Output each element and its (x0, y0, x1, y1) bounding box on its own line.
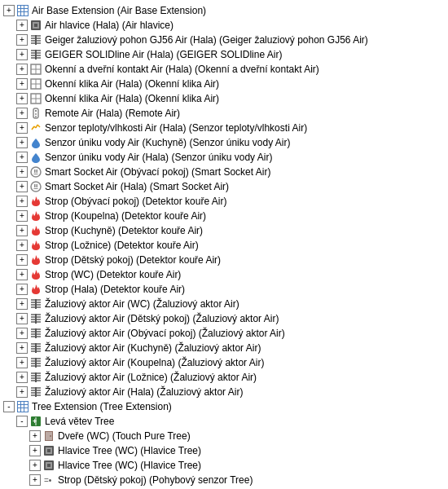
expand-button[interactable]: + (16, 240, 28, 251)
expand-button[interactable]: + (16, 93, 28, 104)
expand-button[interactable]: + (16, 78, 28, 90)
expand-button[interactable]: + (16, 64, 28, 75)
list-item[interactable]: + Senzor úniku vody Air (Kuchyně) (Senzo… (0, 135, 448, 150)
svg-rect-46 (37, 184, 38, 187)
svg-line-39 (37, 125, 40, 127)
expand-button[interactable]: + (16, 108, 28, 119)
svg-rect-3 (24, 6, 28, 8)
item-label: Žaluziový aktor Air (Ložnice) (Žaluziový… (45, 372, 257, 383)
list-item[interactable]: + Smart Socket Air (Hala) (Smart Socket … (0, 179, 448, 194)
expand-button[interactable]: + (16, 328, 28, 339)
svg-rect-90 (18, 408, 20, 412)
item-label: Žaluziový aktor Air (Obývací pokoj) (Žal… (45, 328, 285, 339)
list-item[interactable]: + Strop (Obývací pokoj) (Detektor kouře … (0, 194, 448, 209)
move-icon: =• (42, 474, 55, 487)
expand-button[interactable]: + (16, 254, 28, 266)
list-item[interactable]: + Air Base Extension (Air Base Extension… (0, 3, 448, 18)
list-item[interactable]: + Smart Socket Air (Obývací pokoj) (Smar… (0, 165, 448, 179)
list-item[interactable]: + Žaluziový aktor Air (Ložnice) (Žaluzio… (0, 370, 448, 385)
expand-button[interactable]: + (29, 430, 41, 442)
list-item[interactable]: + Dveře (WC) (Touch Pure Tree) (0, 429, 448, 443)
item-label: Okenní a dveřní kontakt Air (Hala) (Oken… (45, 64, 319, 75)
expand-button[interactable]: - (3, 401, 15, 412)
list-item[interactable]: + Žaluziový aktor Air (Obývací pokoj) (Ž… (0, 326, 448, 341)
expand-button[interactable]: + (29, 474, 41, 486)
list-item[interactable]: + Žaluziový aktor Air (Koupelna) (Žaluzi… (0, 355, 448, 370)
list-item[interactable]: + Geiger žaluziový pohon GJ56 Air (Hala)… (0, 33, 448, 47)
item-label: Strop (Hala) (Detektor kouře Air) (45, 284, 185, 295)
expand-button[interactable]: + (16, 34, 28, 46)
list-item[interactable]: + Strop (Dětský pokoj) (Detektor kouře A… (0, 253, 448, 267)
expand-button[interactable]: + (16, 313, 28, 324)
blinds-icon (29, 297, 42, 311)
svg-rect-33 (35, 110, 37, 112)
expand-button[interactable]: + (29, 445, 41, 456)
grid-icon (16, 400, 29, 413)
list-item[interactable]: + Senzor úniku vody Air (Hala) (Senzor ú… (0, 150, 448, 165)
list-item[interactable]: - Tree Extension (Tree Extension) (0, 399, 448, 414)
expand-button[interactable]: + (16, 357, 28, 368)
expand-button[interactable]: + (16, 269, 28, 280)
list-item[interactable]: + Hlavice Tree (WC) (Hlavice Tree) (0, 443, 448, 458)
list-item[interactable]: + Hlavice Tree (WC) (Hlavice Tree) (0, 458, 448, 473)
list-item[interactable]: + Strop (WC) (Detektor kouře Air) (0, 267, 448, 282)
fire-icon (29, 239, 42, 252)
expand-button[interactable]: + (16, 122, 28, 134)
expand-button[interactable]: + (16, 225, 28, 236)
svg-rect-22 (35, 50, 37, 59)
water-icon (29, 136, 42, 149)
svg-point-98 (50, 435, 51, 437)
item-label: Strop (Obývací pokoj) (Detektor kouře Ai… (45, 196, 226, 207)
expand-button[interactable]: + (16, 20, 28, 31)
expand-button[interactable]: + (16, 166, 28, 178)
grid-icon (16, 4, 29, 17)
item-label: Žaluziový aktor Air (WC) (Žaluziový akto… (45, 298, 239, 310)
item-label: Senzor teploty/vlhkosti Air (Hala) (Senz… (45, 122, 307, 134)
item-label: Hlavice Tree (WC) (Hlavice Tree) (58, 460, 201, 471)
expand-button[interactable]: + (16, 152, 28, 163)
svg-rect-62 (35, 328, 37, 338)
svg-rect-87 (18, 405, 20, 408)
list-item[interactable]: + Strop (Hala) (Detektor kouře Air) (0, 282, 448, 297)
list-item[interactable]: + =• Strop (Dětský pokoj) (Pohybový senz… (0, 473, 448, 487)
list-item[interactable]: + Strop (Kuchyně) (Detektor kouře Air) (0, 223, 448, 238)
list-item[interactable]: + Okenní klika Air (Hala) (Okenní klika … (0, 91, 448, 106)
list-item[interactable]: + Air hlavice (Hala) (Air hlavice) (0, 18, 448, 33)
svg-point-44 (31, 182, 41, 192)
expand-button[interactable]: + (16, 181, 28, 192)
tree-view[interactable]: + Air Base Extension (Air Base Extension… (0, 0, 448, 489)
list-item[interactable]: + Okenní klika Air (Hala) (Okenní klika … (0, 77, 448, 91)
expand-button[interactable]: + (16, 342, 28, 354)
svg-rect-77 (35, 372, 37, 382)
svg-rect-82 (35, 387, 37, 397)
list-item[interactable]: + Žaluziový aktor Air (Dětský pokoj) (Ža… (0, 311, 448, 326)
expand-button[interactable]: + (16, 372, 28, 383)
expand-button[interactable]: + (3, 5, 15, 16)
expand-button[interactable]: + (16, 386, 28, 398)
svg-rect-91 (21, 408, 24, 412)
svg-rect-5 (21, 9, 24, 11)
blinds-icon (29, 356, 42, 369)
list-item[interactable]: + Strop (Ložnice) (Detektor kouře Air) (0, 238, 448, 253)
list-item[interactable]: + GEIGER SOLIDline Air (Hala) (GEIGER SO… (0, 47, 448, 62)
expand-button[interactable]: - (16, 416, 28, 427)
socket-icon (29, 165, 42, 178)
expand-button[interactable]: + (16, 284, 28, 295)
expand-button[interactable]: + (16, 298, 28, 310)
list-item[interactable]: + Žaluziový aktor Air (WC) (Žaluziový ak… (0, 297, 448, 311)
list-item[interactable]: + Žaluziový aktor Air (Hala) (Žaluziový … (0, 385, 448, 399)
list-item[interactable]: + Okenní a dveřní kontakt Air (Hala) (Ok… (0, 62, 448, 77)
list-item[interactable]: + Žaluziový aktor Air (Kuchyně) (Žaluzio… (0, 341, 448, 355)
svg-point-40 (31, 167, 41, 177)
expand-button[interactable]: + (16, 49, 28, 60)
expand-button[interactable]: + (16, 210, 28, 222)
svg-rect-17 (35, 35, 37, 45)
expand-button[interactable]: + (16, 137, 28, 148)
list-item[interactable]: + Strop (Koupelna) (Detektor kouře Air) (0, 209, 448, 223)
item-label: GEIGER SOLIDline Air (Hala) (GEIGER SOLI… (45, 49, 282, 60)
list-item[interactable]: - + Levá větev Tree (0, 414, 448, 429)
list-item[interactable]: + Remote Air (Hala) (Remote Air) (0, 106, 448, 121)
list-item[interactable]: + Senzor teploty/vlhkosti Air (Hala) (Se… (0, 121, 448, 135)
expand-button[interactable]: + (29, 460, 41, 471)
expand-button[interactable]: + (16, 196, 28, 207)
